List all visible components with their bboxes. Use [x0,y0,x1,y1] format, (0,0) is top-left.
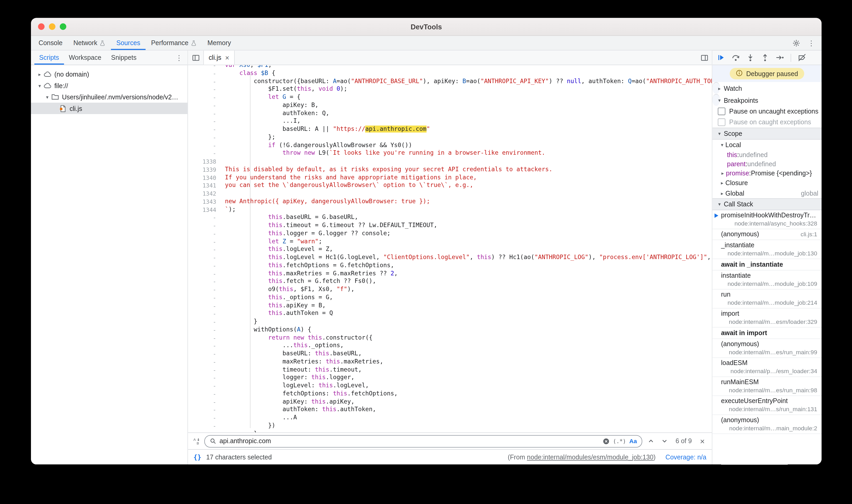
toggle-navigator-icon[interactable] [188,51,203,65]
match-case-toggle[interactable]: Aa [629,438,637,445]
file-tab-cli-js[interactable]: cli.js × [203,51,235,65]
line-number: 1340 [188,174,220,182]
deactivate-breakpoints-button[interactable] [797,53,807,62]
code-token: .maxRetries, [340,358,384,365]
tab-network[interactable]: Network [68,36,111,50]
stack-frame-anonymous[interactable]: (anonymous)node:internal/m…main_module:2 [712,415,821,434]
code-text: baseURL: A || "https://api.anthropic.com… [220,126,712,134]
code-token [225,246,268,253]
scope-group-global[interactable]: ▸Globalglobal [712,188,821,198]
code-token: this [268,246,283,253]
tree-item-no-domain[interactable]: ▸(no domain) [31,69,188,80]
code-token: Xs0 [239,65,250,69]
code-token: logger: [225,374,312,381]
regex-toggle[interactable]: (.*) [613,438,626,444]
checkbox[interactable] [718,119,725,126]
breakpoint-option-pause-on-caught-exceptions[interactable]: Pause on caught exceptions [712,117,821,127]
window-title: DevTools [31,22,821,31]
code-text: o9(this, $F1, Xs0, "f"), [220,286,712,294]
window-titlebar[interactable]: DevTools [31,18,821,36]
next-match-icon[interactable] [660,438,670,445]
close-find-icon[interactable]: × [698,437,707,445]
sidebar-tab-snippets[interactable]: Snippets [106,51,141,65]
stack-frame-anonymous[interactable]: (anonymous)node:internal/m…es/run_main:9… [712,339,821,358]
step-button[interactable] [775,53,785,62]
stack-frame-loadesm[interactable]: loadESMnode:internal/p…/esm_loader:34 [712,358,821,377]
tree-item-users-jinhuilee-nvm-versions-node-v2[interactable]: ▾Users/jinhuilee/.nvm/versions/node/v2… [31,91,188,103]
checkbox[interactable] [718,108,725,115]
step-into-button[interactable] [745,53,755,62]
close-tab-icon[interactable]: × [225,54,229,61]
find-options-icon[interactable]: AB [193,437,200,445]
search-input[interactable]: api.anthropic.com (.*) Aa [205,435,642,447]
frame-function-name: instantiate [721,272,751,280]
code-token: .baseURL = G.baseURL, [283,214,358,221]
step-out-button[interactable] [760,53,770,62]
resume-button[interactable] [716,53,726,62]
code-token: .baseURL, [329,350,361,357]
scope-group-local[interactable]: ▾Local [712,140,821,150]
line-number: - [188,262,220,270]
scope-group-closure[interactable]: ▸Closure [712,178,821,188]
chevron-right-icon[interactable]: ▸ [36,71,43,77]
toolbar-divider [791,54,791,61]
variable-name: this [727,151,738,158]
stack-frame-runmainesm[interactable]: runMainESMnode:internal/m…es/run_main:98 [712,377,821,396]
code-text: authToken: Q, [220,109,712,118]
scope-var-this[interactable]: this: undefined [712,150,821,159]
tab-memory[interactable]: Memory [202,36,236,50]
coverage-link[interactable]: Coverage: n/a [665,453,706,461]
code-line: - this.logLevel = Z, [188,246,712,254]
frame-location: node:internal/async_hooks:328 [734,219,817,228]
module-job-link[interactable]: node:internal/modules/esm/module_job:130 [527,453,653,461]
settings-gear-icon[interactable] [791,38,801,48]
tree-item-file[interactable]: ▾file:// [31,80,188,91]
svg-text:A: A [193,438,196,442]
stack-frame-promiseinithookwithdestroytr[interactable]: promiseInitHookWithDestroyTr…node:intern… [712,210,821,230]
tree-item-cli-js[interactable]: cli.js [31,103,188,114]
sidebar-tab-scripts[interactable]: Scripts [34,51,64,65]
scope-list: ▾Localthis: undefinedparent: undefined▸p… [712,140,821,198]
toolbar-right: ⋮ [791,36,821,50]
tab-console[interactable]: Console [33,36,68,50]
step-over-button[interactable] [731,53,741,62]
code-token: this [315,366,330,373]
callstack-section-header[interactable]: ▾ Call Stack [712,198,821,210]
chevron-right-icon[interactable]: ▸ [720,170,726,176]
stack-frame-instantiate[interactable]: instantiatenode:internal/m…module_job:10… [712,271,821,290]
code-token: this [268,230,283,237]
watch-section-header[interactable]: ▸ Watch [712,82,720,94]
code-token: this [308,334,322,341]
chevron-down-icon[interactable]: ▾ [44,94,51,100]
navigator-more-icon[interactable]: ⋮ [171,51,187,65]
code-line: - logger: this.logger, [188,374,712,382]
line-number: - [188,149,220,158]
chevron-down-icon[interactable]: ▾ [36,83,43,88]
previous-match-icon[interactable] [646,438,656,445]
code-line: - ...I, [188,118,712,126]
more-options-icon[interactable]: ⋮ [806,38,816,48]
code-editor[interactable]: -var Xs0, $F1,- class $B {- constructor(… [188,65,712,432]
scope-var-parent[interactable]: parent: undefined [712,159,821,168]
clear-search-icon[interactable] [603,438,610,445]
stack-frame-instantiate[interactable]: _instantiatenode:internal/m…module_job:1… [712,240,821,259]
code-token: timeout: [225,366,315,373]
breakpoints-section-header[interactable]: ▾ Breakpoints [712,94,720,106]
stack-frame-anonymous[interactable]: (anonymous)cli.js:1 [712,229,821,240]
scope-section-header[interactable]: ▾ Scope [712,128,821,140]
breakpoint-option-pause-on-uncaught-exceptions[interactable]: Pause on uncaught exceptions [712,106,821,117]
tab-performance[interactable]: Performance [146,36,202,50]
code-token: ) { [301,326,312,333]
scope-var-promise[interactable]: ▸promise: Promise {<pending>} [712,168,821,178]
stack-frame-executeuserentrypoint[interactable]: executeUserEntryPointnode:internal/m…s/r… [712,396,821,415]
code-line: 1339This is disabled by default, as it r… [188,165,712,174]
stack-frame-run[interactable]: runnode:internal/m…module_job:214 [712,289,821,309]
sidebar-tab-workspace[interactable]: Workspace [64,51,106,65]
watch-section-label: Watch [724,85,742,92]
toggle-debugger-sidebar-icon[interactable] [697,51,712,65]
stack-frame-import[interactable]: importnode:internal/m…esm/loader:329 [712,309,821,328]
code-line: - this.maxRetries = G.maxRetries ?? 2, [188,270,712,278]
pretty-print-icon[interactable]: {} [193,453,201,461]
tab-sources[interactable]: Sources [111,36,146,50]
frame-function-name: _instantiate [721,241,755,249]
